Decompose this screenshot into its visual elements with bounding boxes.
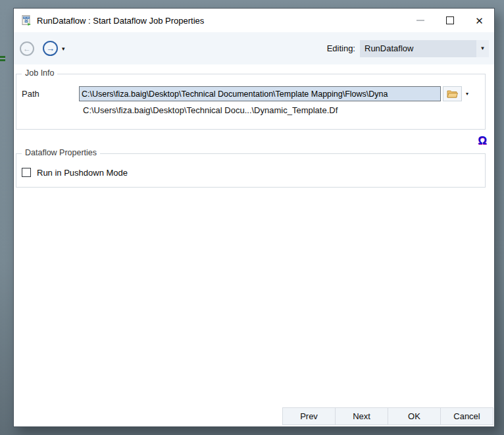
job-info-legend: Job Info	[22, 68, 57, 78]
dataflow-properties-legend: Dataflow Properties	[22, 148, 100, 157]
desktop-background: RunDataflow : Start Dataflow Job Propert…	[0, 0, 504, 435]
cancel-button[interactable]: Cancel	[440, 407, 493, 425]
browse-dropdown-caret-icon: ▾	[466, 91, 468, 97]
dataflow-app-icon	[20, 14, 32, 26]
forward-dropdown-caret-icon[interactable]: ▾	[62, 45, 65, 52]
forward-button[interactable]: →	[43, 41, 58, 56]
prev-button[interactable]: Prev	[282, 407, 336, 425]
footer-button-row: Prev Next OK Cancel	[283, 407, 493, 425]
minimize-icon	[416, 20, 424, 21]
nav-buttons: ← → ▾	[14, 41, 65, 56]
back-button[interactable]: ←	[20, 41, 34, 56]
window-title: RunDataflow : Start Dataflow Job Propert…	[37, 16, 204, 26]
path-label: Path	[22, 89, 39, 99]
window-controls: ✕	[405, 9, 494, 32]
back-arrow-icon: ←	[23, 44, 31, 53]
minimize-button[interactable]	[405, 9, 435, 32]
pushdown-mode-checkbox[interactable]	[22, 168, 31, 177]
close-icon: ✕	[475, 16, 484, 26]
path-resolved-text: C:\Users\fiza.baig\Desktop\Technical Doc…	[83, 105, 338, 115]
dataflow-properties-group: Dataflow Properties Run in Pushdown Mode	[16, 153, 486, 188]
editing-combobox-arrow-icon[interactable]: ▼	[476, 40, 489, 57]
editing-label: Editing:	[327, 43, 355, 53]
maximize-button[interactable]	[435, 9, 465, 32]
browse-folder-button[interactable]	[443, 86, 462, 101]
editing-combobox-value: RunDataflow	[365, 43, 413, 53]
folder-icon	[447, 90, 458, 98]
dialog-run-dataflow-properties: RunDataflow : Start Dataflow Job Propert…	[13, 8, 495, 427]
background-accent-lines	[0, 56, 5, 63]
browse-control: ▾	[443, 86, 472, 101]
ok-button[interactable]: OK	[388, 407, 441, 425]
title-bar[interactable]: RunDataflow : Start Dataflow Job Propert…	[14, 9, 494, 32]
forward-arrow-icon: →	[46, 43, 55, 53]
job-info-group: Job Info Path ▾ C:\Users\fiza.baig\Deskt…	[16, 74, 486, 130]
close-button[interactable]: ✕	[465, 9, 494, 32]
pushdown-mode-label: Run in Pushdown Mode	[37, 168, 128, 178]
maximize-icon	[446, 16, 454, 24]
path-input[interactable]	[79, 86, 441, 101]
next-button[interactable]: Next	[335, 407, 388, 425]
editing-combobox[interactable]: RunDataflow ▼	[360, 40, 489, 57]
omega-variables-button[interactable]: Ω	[478, 134, 487, 147]
editing-group: Editing: RunDataflow ▼	[327, 40, 489, 57]
toolbar: ← → ▾ Editing: RunDataflow ▼	[14, 32, 494, 64]
browse-dropdown-button[interactable]: ▾	[462, 86, 472, 101]
